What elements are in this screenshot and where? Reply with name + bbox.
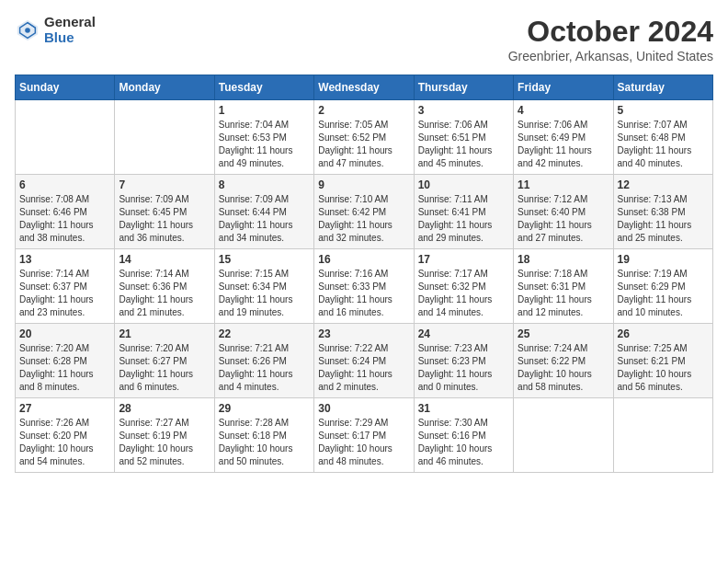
day-number: 16 [318,253,409,266]
calendar-cell: 8Sunrise: 7:09 AM Sunset: 6:44 PM Daylig… [214,175,313,249]
day-detail: Sunrise: 7:20 AM Sunset: 6:27 PM Dayligh… [119,342,210,394]
header-friday: Friday [514,75,613,100]
day-number: 28 [119,402,210,415]
day-detail: Sunrise: 7:23 AM Sunset: 6:23 PM Dayligh… [418,342,509,394]
calendar-cell [16,100,115,175]
day-number: 27 [19,402,110,415]
calendar-cell: 15Sunrise: 7:15 AM Sunset: 6:34 PM Dayli… [214,249,313,324]
calendar-cell [115,100,214,175]
day-number: 30 [318,402,409,415]
day-number: 11 [518,178,609,191]
day-number: 9 [318,178,409,191]
calendar-week-3: 13Sunrise: 7:14 AM Sunset: 6:37 PM Dayli… [16,249,713,324]
main-title: October 2024 [508,15,713,49]
day-detail: Sunrise: 7:28 AM Sunset: 6:18 PM Dayligh… [219,417,310,468]
logo-general: General [44,15,96,30]
calendar-cell: 27Sunrise: 7:26 AM Sunset: 6:20 PM Dayli… [16,398,115,473]
calendar-cell: 31Sunrise: 7:30 AM Sunset: 6:16 PM Dayli… [414,398,513,473]
calendar-cell: 30Sunrise: 7:29 AM Sunset: 6:17 PM Dayli… [314,398,414,473]
day-detail: Sunrise: 7:24 AM Sunset: 6:22 PM Dayligh… [518,342,609,394]
calendar-week-1: 1Sunrise: 7:04 AM Sunset: 6:53 PM Daylig… [16,100,713,175]
day-number: 6 [19,178,110,191]
day-number: 25 [518,327,609,340]
day-detail: Sunrise: 7:15 AM Sunset: 6:34 PM Dayligh… [219,268,310,319]
day-detail: Sunrise: 7:14 AM Sunset: 6:37 PM Dayligh… [19,268,110,319]
day-detail: Sunrise: 7:19 AM Sunset: 6:29 PM Dayligh… [618,268,709,319]
calendar-cell: 19Sunrise: 7:19 AM Sunset: 6:29 PM Dayli… [613,249,712,324]
day-detail: Sunrise: 7:06 AM Sunset: 6:49 PM Dayligh… [518,119,609,170]
logo-text: General Blue [44,15,96,45]
header-monday: Monday [115,75,214,100]
calendar-cell: 21Sunrise: 7:20 AM Sunset: 6:27 PM Dayli… [115,324,214,398]
day-detail: Sunrise: 7:29 AM Sunset: 6:17 PM Dayligh… [318,417,409,468]
day-number: 17 [418,253,509,266]
calendar-table: Sunday Monday Tuesday Wednesday Thursday… [15,75,713,473]
day-number: 12 [618,178,709,191]
calendar-cell: 23Sunrise: 7:22 AM Sunset: 6:24 PM Dayli… [314,324,414,398]
calendar-cell: 20Sunrise: 7:20 AM Sunset: 6:28 PM Dayli… [16,324,115,398]
day-number: 20 [19,327,110,340]
day-number: 4 [518,104,609,117]
calendar-cell: 10Sunrise: 7:11 AM Sunset: 6:41 PM Dayli… [414,175,513,249]
calendar-cell: 26Sunrise: 7:25 AM Sunset: 6:21 PM Dayli… [613,324,712,398]
day-number: 18 [518,253,609,266]
day-number: 24 [418,327,509,340]
day-number: 23 [318,327,409,340]
day-detail: Sunrise: 7:26 AM Sunset: 6:20 PM Dayligh… [19,417,110,468]
day-detail: Sunrise: 7:09 AM Sunset: 6:45 PM Dayligh… [119,193,210,245]
day-number: 21 [119,327,210,340]
day-detail: Sunrise: 7:22 AM Sunset: 6:24 PM Dayligh… [318,342,409,394]
logo: General Blue [15,15,96,45]
day-detail: Sunrise: 7:27 AM Sunset: 6:19 PM Dayligh… [119,417,210,468]
day-detail: Sunrise: 7:18 AM Sunset: 6:31 PM Dayligh… [518,268,609,319]
calendar-cell: 13Sunrise: 7:14 AM Sunset: 6:37 PM Dayli… [16,249,115,324]
calendar-cell: 17Sunrise: 7:17 AM Sunset: 6:32 PM Dayli… [414,249,513,324]
calendar-cell: 14Sunrise: 7:14 AM Sunset: 6:36 PM Dayli… [115,249,214,324]
day-detail: Sunrise: 7:30 AM Sunset: 6:16 PM Dayligh… [418,417,509,468]
svg-point-2 [25,28,30,33]
day-number: 26 [618,327,709,340]
day-detail: Sunrise: 7:16 AM Sunset: 6:33 PM Dayligh… [318,268,409,319]
day-number: 2 [318,104,409,117]
calendar-cell [613,398,712,473]
calendar-cell: 3Sunrise: 7:06 AM Sunset: 6:51 PM Daylig… [414,100,513,175]
header-wednesday: Wednesday [314,75,414,100]
calendar-cell: 7Sunrise: 7:09 AM Sunset: 6:45 PM Daylig… [115,175,214,249]
calendar-cell: 24Sunrise: 7:23 AM Sunset: 6:23 PM Dayli… [414,324,513,398]
day-number: 22 [219,327,310,340]
header-saturday: Saturday [613,75,712,100]
calendar-cell [514,398,613,473]
day-number: 10 [418,178,509,191]
header-tuesday: Tuesday [214,75,313,100]
subtitle: Greenbrier, Arkansas, United States [508,49,713,63]
day-detail: Sunrise: 7:11 AM Sunset: 6:41 PM Dayligh… [418,193,509,245]
calendar-cell: 9Sunrise: 7:10 AM Sunset: 6:42 PM Daylig… [314,175,414,249]
logo-blue: Blue [44,30,96,46]
day-detail: Sunrise: 7:10 AM Sunset: 6:42 PM Dayligh… [318,193,409,245]
day-number: 15 [219,253,310,266]
day-detail: Sunrise: 7:07 AM Sunset: 6:48 PM Dayligh… [618,119,709,170]
day-number: 1 [219,104,310,117]
day-detail: Sunrise: 7:06 AM Sunset: 6:51 PM Dayligh… [418,119,509,170]
day-detail: Sunrise: 7:25 AM Sunset: 6:21 PM Dayligh… [618,342,709,394]
day-detail: Sunrise: 7:09 AM Sunset: 6:44 PM Dayligh… [219,193,310,245]
day-number: 19 [618,253,709,266]
day-number: 31 [418,402,509,415]
calendar-week-5: 27Sunrise: 7:26 AM Sunset: 6:20 PM Dayli… [16,398,713,473]
calendar-cell: 12Sunrise: 7:13 AM Sunset: 6:38 PM Dayli… [613,175,712,249]
day-detail: Sunrise: 7:17 AM Sunset: 6:32 PM Dayligh… [418,268,509,319]
day-number: 29 [219,402,310,415]
calendar-cell: 16Sunrise: 7:16 AM Sunset: 6:33 PM Dayli… [314,249,414,324]
day-detail: Sunrise: 7:21 AM Sunset: 6:26 PM Dayligh… [219,342,310,394]
header-sunday: Sunday [16,75,115,100]
header: General Blue October 2024 Greenbrier, Ar… [15,15,713,63]
day-number: 7 [119,178,210,191]
day-detail: Sunrise: 7:14 AM Sunset: 6:36 PM Dayligh… [119,268,210,319]
day-detail: Sunrise: 7:05 AM Sunset: 6:52 PM Dayligh… [318,119,409,170]
calendar-cell: 11Sunrise: 7:12 AM Sunset: 6:40 PM Dayli… [514,175,613,249]
calendar-cell: 1Sunrise: 7:04 AM Sunset: 6:53 PM Daylig… [214,100,313,175]
calendar-cell: 29Sunrise: 7:28 AM Sunset: 6:18 PM Dayli… [214,398,313,473]
calendar-cell: 5Sunrise: 7:07 AM Sunset: 6:48 PM Daylig… [613,100,712,175]
calendar-cell: 2Sunrise: 7:05 AM Sunset: 6:52 PM Daylig… [314,100,414,175]
calendar-cell: 18Sunrise: 7:18 AM Sunset: 6:31 PM Dayli… [514,249,613,324]
